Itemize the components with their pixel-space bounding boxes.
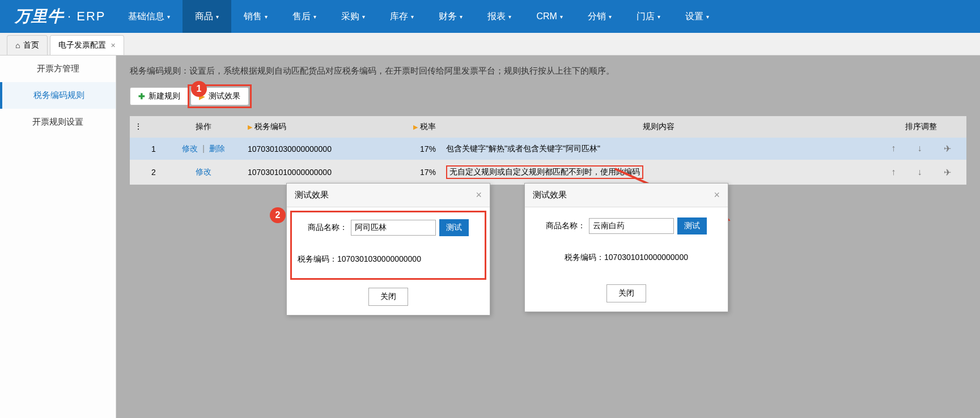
table-row: 1 修改 | 删除 1070301030000000000 17% 包含关键字"… — [130, 138, 966, 160]
col-index — [147, 116, 164, 138]
row-sort-controls: ↑ ↓ ✈ — [876, 161, 966, 184]
dialog-result: 税务编码：1070301030000000000 — [298, 250, 479, 276]
dialog-title: 测试效果 — [533, 190, 567, 201]
chevron-down-icon: ▾ — [706, 14, 709, 20]
nav-store[interactable]: 门店▾ — [624, 0, 673, 33]
dialog-result: 税务编码：1070301010000000000 — [534, 248, 719, 274]
nav-distribution[interactable]: 分销▾ — [575, 0, 624, 33]
top-nav: 万里牛 · ERP 基础信息▾ 商品▾ 销售▾ 售后▾ 采购▾ 库存▾ 财务▾ … — [0, 0, 980, 33]
chevron-down-icon: ▾ — [508, 14, 511, 20]
tab-label: 电子发票配置 — [58, 40, 106, 50]
nav-settings[interactable]: 设置▾ — [673, 0, 722, 33]
logo-brand: 万里牛 — [15, 6, 64, 27]
tab-home[interactable]: ⌂ 首页 — [7, 35, 48, 55]
nav-basic-info[interactable]: 基础信息▾ — [116, 0, 183, 33]
col-rate: ▶税率 — [396, 116, 442, 138]
chevron-down-icon: ▾ — [411, 14, 414, 20]
chevron-down-icon: ▾ — [313, 14, 316, 20]
row-ops: 修改 — [164, 161, 243, 183]
new-rule-button[interactable]: ✚ 新建规则 — [130, 87, 189, 105]
dialog-footer: 关闭 — [525, 280, 728, 312]
col-op: 操作 — [164, 116, 243, 138]
plus-icon: ✚ — [138, 92, 145, 101]
col-rule-content: 规则内容 — [442, 116, 876, 138]
chevron-down-icon: ▾ — [560, 14, 563, 20]
nav-aftersale[interactable]: 售后▾ — [280, 0, 329, 33]
chevron-down-icon: ▾ — [265, 14, 268, 20]
row-rate: 17% — [396, 139, 442, 159]
nav-inventory[interactable]: 库存▾ — [377, 0, 426, 33]
close-button[interactable]: 关闭 — [368, 288, 408, 306]
test-button[interactable]: 测试 — [439, 219, 469, 236]
page-description: 税务编码规则：设置后，系统根据规则自动匹配货品对应税务编码，在开票时回传给阿里发… — [130, 66, 966, 76]
sidebar-item-tax-code-rule[interactable]: 税务编码规则 — [0, 82, 116, 109]
move-top-icon[interactable]: ✈ — [944, 143, 951, 154]
dialog-title: 测试效果 — [295, 190, 329, 201]
annotation-highlight-2: 商品名称： 测试 税务编码：1070301030000000000 — [290, 211, 486, 280]
move-down-icon[interactable]: ↓ — [917, 143, 922, 154]
table-row: 2 修改 1070301010000000000 17% 无自定义规则或自定义规… — [130, 160, 966, 185]
home-icon: ⌂ — [15, 41, 20, 50]
dialog-header: 测试效果 × — [525, 184, 728, 207]
dialog-header: 测试效果 × — [287, 184, 490, 207]
col-drag-handle[interactable]: ⋮ — [130, 116, 147, 138]
move-up-icon[interactable]: ↑ — [891, 143, 896, 154]
product-name-label: 商品名称： — [546, 221, 586, 231]
nav-report[interactable]: 报表▾ — [475, 0, 524, 33]
close-icon[interactable]: × — [111, 41, 115, 50]
chevron-down-icon: ▾ — [460, 14, 463, 20]
close-icon[interactable]: × — [476, 189, 482, 201]
chevron-down-icon: ▾ — [362, 14, 365, 20]
content-area: 税务编码规则：设置后，系统根据规则自动匹配货品对应税务编码，在开票时回传给阿里发… — [116, 56, 980, 418]
annotation-badge-1: 1 — [191, 81, 207, 97]
rules-table: ⋮ 操作 ▶税务编码 ▶税率 规则内容 排序调整 1 修改 | 删除 10703… — [130, 116, 966, 185]
delete-link[interactable]: 删除 — [209, 144, 225, 153]
close-button[interactable]: 关闭 — [606, 284, 646, 302]
sidebar-item-invoice-rule[interactable]: 开票规则设置 — [0, 109, 116, 135]
dialog-footer: 关闭 — [287, 283, 490, 315]
main-layout: 开票方管理 税务编码规则 开票规则设置 税务编码规则：设置后，系统根据规则自动匹… — [0, 56, 980, 418]
test-dialog-1: 测试效果 × 2 商品名称： 测试 税务编码：10703010300000000… — [286, 183, 490, 315]
row-sort-controls: ↑ ↓ ✈ — [876, 138, 966, 160]
nav-purchase[interactable]: 采购▾ — [329, 0, 377, 33]
col-tax-code: ▶税务编码 — [243, 116, 396, 138]
tab-home-label: 首页 — [23, 40, 39, 50]
tab-invoice-config[interactable]: 电子发票配置 × — [50, 35, 124, 55]
chevron-down-icon: ▾ — [216, 14, 219, 20]
nav-items: 基础信息▾ 商品▾ 销售▾ 售后▾ 采购▾ 库存▾ 财务▾ 报表▾ CRM▾ 分… — [116, 0, 721, 33]
close-icon[interactable]: × — [714, 189, 720, 201]
chevron-down-icon: ▾ — [167, 14, 170, 20]
nav-product[interactable]: 商品▾ — [183, 0, 231, 33]
annotation-badge-2: 2 — [270, 207, 286, 223]
move-top-icon[interactable]: ✈ — [944, 167, 951, 178]
product-name-label: 商品名称： — [308, 223, 347, 233]
table-header: ⋮ 操作 ▶税务编码 ▶税率 规则内容 排序调整 — [130, 116, 966, 138]
test-button[interactable]: 测试 — [677, 217, 707, 234]
move-up-icon[interactable]: ↑ — [891, 167, 896, 178]
dialog-input-row: 商品名称： 测试 — [534, 217, 719, 234]
row-tax-code: 1070301010000000000 — [243, 162, 396, 182]
product-name-input[interactable] — [589, 218, 674, 234]
dialog-input-row: 商品名称： 测试 — [298, 219, 479, 236]
logo-product: · ERP — [67, 9, 105, 24]
annotation-highlight-rule: 无自定义规则或自定义规则都匹配不到时，使用此编码 — [446, 165, 643, 179]
row-index: 2 — [147, 162, 164, 182]
move-down-icon[interactable]: ↓ — [917, 167, 922, 178]
row-tax-code: 1070301030000000000 — [243, 139, 396, 159]
product-name-input[interactable] — [351, 220, 436, 236]
row-rule: 无自定义规则或自定义规则都匹配不到时，使用此编码 — [442, 160, 876, 185]
chevron-down-icon: ▾ — [657, 14, 660, 20]
edit-link[interactable]: 修改 — [182, 144, 198, 153]
sidebar: 开票方管理 税务编码规则 开票规则设置 — [0, 56, 116, 418]
row-ops: 修改 | 删除 — [164, 138, 243, 160]
row-index: 1 — [147, 139, 164, 159]
logo: 万里牛 · ERP — [0, 0, 116, 33]
test-dialog-2: 测试效果 × 商品名称： 测试 税务编码：1070301010000000000… — [524, 183, 728, 312]
sidebar-item-issuer-mgmt[interactable]: 开票方管理 — [0, 56, 116, 82]
edit-link[interactable]: 修改 — [196, 167, 211, 176]
row-rate: 17% — [396, 162, 442, 182]
col-sort-adjust: 排序调整 — [876, 116, 966, 138]
nav-finance[interactable]: 财务▾ — [426, 0, 475, 33]
nav-crm[interactable]: CRM▾ — [524, 0, 575, 33]
nav-sales[interactable]: 销售▾ — [231, 0, 280, 33]
